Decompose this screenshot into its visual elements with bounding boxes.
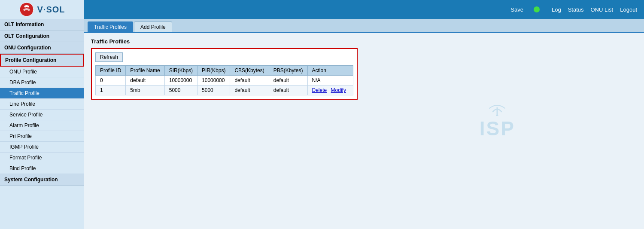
cell-pir: 10000000 [197,76,230,85]
sidebar-item-line-profile[interactable]: Line Profile [0,99,84,110]
col-header-action: Action [307,66,353,76]
sidebar-item-onu-profile[interactable]: ONU Profile [0,67,84,77]
cell-pbs: default [269,85,307,95]
sidebar-item-profile-configuration[interactable]: Profile Configuration [0,54,84,67]
tab-add-profile[interactable]: Add Profile [134,21,172,32]
status-link[interactable]: Status [568,6,584,13]
modify-link[interactable]: Modify [331,87,346,93]
content-area: Traffic Profiles Refresh Profile ID Prof… [84,33,644,105]
tab-traffic-profiles[interactable]: Traffic Profiles [88,21,133,32]
cell-action: Delete Modify [307,85,353,95]
col-header-pir: PIR(Kbps) [197,66,230,76]
sidebar: OLT Information OLT Configuration ONU Co… [0,19,84,229]
logout-link[interactable]: Logout [620,6,637,13]
isp-watermark: ISP [480,99,515,138]
cell-profile-id: 1 [96,85,126,95]
col-header-cbs: CBS(Kbytes) [230,66,269,76]
cell-profile-id: 0 [96,76,126,85]
refresh-button[interactable]: Refresh [95,52,123,62]
status-indicator [534,6,540,12]
main-content: Traffic Profiles Add Profile Traffic Pro… [84,19,644,229]
cell-pbs: default [269,76,307,85]
col-header-pbs: PBS(Kbytes) [269,66,307,76]
col-header-profile-id: Profile ID [96,66,126,76]
traffic-profiles-table: Profile ID Profile Name SIR(Kbps) PIR(Kb… [95,65,353,95]
sidebar-item-olt-configuration[interactable]: OLT Configuration [0,31,84,42]
sidebar-item-bind-profile[interactable]: Bind Profile [0,163,84,174]
cell-action: N/A [307,76,353,85]
cell-sir: 10000000 [164,76,197,85]
sidebar-item-pri-profile[interactable]: Pri Profile [0,131,84,142]
tab-bar: Traffic Profiles Add Profile [84,19,644,33]
logo: V·SOL [0,0,84,19]
cell-pir: 5000 [197,85,230,95]
col-header-profile-name: Profile Name [126,66,164,76]
col-header-sir: SIR(Kbps) [164,66,197,76]
cell-cbs: default [230,76,269,85]
sidebar-item-format-profile[interactable]: Format Profile [0,153,84,163]
sidebar-item-igmp-profile[interactable]: IGMP Profile [0,142,84,153]
logo-text: V·SOL [37,5,65,15]
page-title: Traffic Profiles [91,38,637,45]
svg-point-1 [496,115,498,116]
save-button[interactable]: Save [510,6,523,13]
table-row: 1 5mb 5000 5000 default default Delete M… [96,85,353,95]
sidebar-item-system-configuration[interactable]: System Configuration [0,174,84,186]
log-link[interactable]: Log [552,6,561,13]
sidebar-item-dba-profile[interactable]: DBA Profile [0,77,84,88]
sidebar-item-service-profile[interactable]: Service Profile [0,110,84,120]
sidebar-item-onu-configuration[interactable]: ONU Configuration [0,42,84,54]
table-row: 0 default 10000000 10000000 default defa… [96,76,353,85]
sidebar-item-traffic-profile[interactable]: Traffic Profile [0,88,84,99]
cell-profile-name: default [126,76,164,85]
cell-profile-name: 5mb [126,85,164,95]
cell-sir: 5000 [164,85,197,95]
traffic-profiles-container: Refresh Profile ID Profile Name SIR(Kbps… [91,48,358,100]
delete-link[interactable]: Delete [312,87,327,93]
onu-list-link[interactable]: ONU List [591,6,614,13]
cell-cbs: default [230,85,269,95]
sidebar-item-alarm-profile[interactable]: Alarm Profile [0,120,84,131]
sidebar-item-olt-information[interactable]: OLT Information [0,19,84,31]
